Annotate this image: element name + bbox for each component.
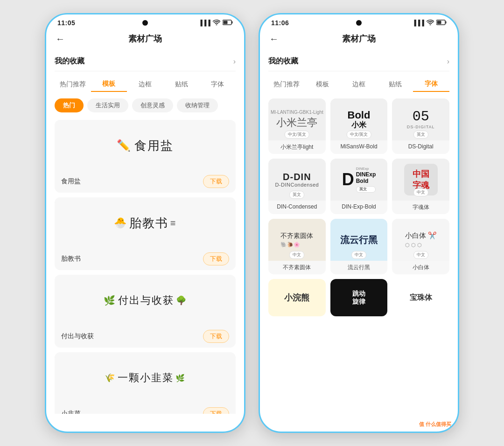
tab-template-left[interactable]: 模板 <box>91 77 127 92</box>
subtab-life[interactable]: 生活实用 <box>87 98 128 112</box>
dinexp-label: DINExp <box>356 167 376 171</box>
dinexp-bold2: Bold <box>356 178 376 184</box>
xiaobai-lang: 中文 <box>413 251 428 259</box>
font-preview-buqisu: 不齐素圆体🐘🐌🌸 中文 <box>268 219 326 261</box>
font-card-xiaobai[interactable]: 小白体 ✂️⬡ ⬡ ⬡ 中文 小白体 <box>392 219 449 274</box>
font-card-bold[interactable]: Bold 小米 中文/英文 MiSansW-Bold <box>330 98 388 154</box>
din-name: DIN-Condensed <box>268 201 326 213</box>
download-btn-2[interactable]: 下载 <box>203 252 229 265</box>
tab-font-left[interactable]: 字体 <box>199 77 236 91</box>
camera-hole <box>142 20 148 26</box>
lanting-text: 小米兰亭 <box>276 116 317 130</box>
tab-font-right[interactable]: 字体 <box>413 77 449 92</box>
partial-font-row: 小浣熊 跳动旋律 宝珠体 <box>268 279 449 316</box>
template-card-3[interactable]: 🌿 付出与收获 🌳 付出与收获 下载 <box>55 275 236 348</box>
template-text-3: 付出与收获 <box>118 293 174 307</box>
template-name-3: 付出与收获 <box>61 332 94 341</box>
svg-rect-5 <box>437 21 441 24</box>
font-card-zhuhun[interactable]: 中国字魂 中文 字魂体 <box>392 159 449 214</box>
template-preview-1: ✏️ 食用盐 <box>55 120 236 171</box>
tab-border-left[interactable]: 边框 <box>127 77 163 91</box>
wifi-icon-right <box>427 20 434 27</box>
din-lang: 英文 <box>289 191 304 199</box>
partial-text-1: 小浣熊 <box>284 292 309 303</box>
partial-card-1[interactable]: 小浣熊 <box>268 279 326 316</box>
phone-right: 11:06 ▐▐▐ ← 素材广场 我的收藏 › <box>259 13 459 433</box>
font-card-liuyun[interactable]: 流云行黑 中文 流云行黑 <box>330 219 388 274</box>
font-card-din[interactable]: D-DIN D-DINCondensed 英文 DIN-Condensed <box>268 159 326 214</box>
collection-title-left: 我的收藏 <box>55 56 84 66</box>
status-bar-right: 11:06 ▐▐▐ <box>260 14 458 29</box>
font-card-buqisu[interactable]: 不齐素圆体🐘🐌🌸 中文 不齐素圆体 <box>268 219 326 274</box>
scroll-content-left[interactable]: 我的收藏 › 热门推荐 模板 边框 贴纸 字体 热门 生活实用 创意灵感 收纳管… <box>46 50 244 414</box>
template-footer-2: 胎教书 下载 <box>55 249 236 270</box>
collection-arrow-right: › <box>447 57 449 66</box>
ds-lang: 英文 <box>413 131 428 139</box>
ds-text-sub: DS-DIGITAL <box>407 125 435 129</box>
partial-card-3[interactable]: 宝珠体 <box>392 279 449 316</box>
subtab-creative[interactable]: 创意灵感 <box>132 98 173 112</box>
subtab-storage[interactable]: 收纳管理 <box>177 98 218 112</box>
font-preview-bold: Bold 小米 中文/英文 <box>330 98 388 140</box>
template-preview-3: 🌿 付出与收获 🌳 <box>55 275 236 326</box>
template-card-4[interactable]: 🌾 一颗小韭菜 🌿 小韭菜 下载 <box>55 352 236 414</box>
partial-card-2[interactable]: 跳动旋律 <box>330 279 388 316</box>
font-grid: MI-LANTING-GBK1-Light 小米兰亭 中文/英文 小米兰亭lig… <box>268 98 449 274</box>
tab-hot-left[interactable]: 热门推荐 <box>55 77 91 91</box>
collection-section-left[interactable]: 我的收藏 › <box>55 50 236 71</box>
template-footer-3: 付出与收获 下载 <box>55 326 236 348</box>
liuyun-text: 流云行黑 <box>340 234 378 245</box>
template-card-2[interactable]: 🐣 胎教书 ≡ 胎教书 下载 <box>55 197 236 270</box>
zhuhun-text: 中国字魂 <box>413 168 429 191</box>
scroll-content-right[interactable]: 我的收藏 › 热门推荐 模板 边框 贴纸 字体 MI-LANTING-GBK1-… <box>260 50 458 414</box>
tab-template-right[interactable]: 模板 <box>305 77 341 91</box>
xiaobai-name: 小白体 <box>392 261 449 274</box>
xiaobai-text: 小白体 ✂️⬡ ⬡ ⬡ <box>405 231 437 249</box>
ds-text-main: 05 <box>413 110 429 124</box>
camera-hole-right <box>356 20 362 26</box>
back-button-left[interactable]: ← <box>56 34 65 44</box>
tab-bar-right: 热门推荐 模板 边框 贴纸 字体 <box>268 77 449 92</box>
font-card-lanting[interactable]: MI-LANTING-GBK1-Light 小米兰亭 中文/英文 小米兰亭lig… <box>268 98 326 154</box>
subtab-hot[interactable]: 热门 <box>55 98 84 112</box>
collection-section-right[interactable]: 我的收藏 › <box>268 50 449 71</box>
back-button-right[interactable]: ← <box>269 34 279 44</box>
tab-hot-right[interactable]: 热门推荐 <box>268 77 305 91</box>
template-name-2: 胎教书 <box>61 255 81 263</box>
phones-container: 11:05 ▐▐▐ ← 素材广场 我的收藏 › <box>45 13 459 433</box>
app-header-left: ← 素材广场 <box>46 29 244 50</box>
tab-sticker-left[interactable]: 贴纸 <box>163 77 200 91</box>
buqisu-lang: 中文 <box>289 251 304 259</box>
bold-name: MiSansW-Bold <box>330 140 388 153</box>
wifi-icon <box>213 20 220 27</box>
bold-text-sub: 小米 <box>351 121 366 129</box>
tab-border-right[interactable]: 边框 <box>341 77 377 91</box>
ds-name: DS-Digital <box>392 140 449 153</box>
app-header-right: ← 素材广场 <box>260 29 458 50</box>
font-preview-xiaobai: 小白体 ✂️⬡ ⬡ ⬡ 中文 <box>392 219 449 261</box>
download-btn-3[interactable]: 下载 <box>203 330 229 343</box>
font-card-ds[interactable]: 05 DS-DIGITAL 英文 DS-Digital <box>392 98 449 154</box>
template-name-4: 小韭菜 <box>61 410 81 414</box>
tab-sticker-right[interactable]: 贴纸 <box>377 77 413 91</box>
battery-icon <box>223 20 233 27</box>
download-btn-1[interactable]: 下载 <box>203 175 229 188</box>
zhuhun-name: 字魂体 <box>392 201 449 214</box>
template-text-2: 胎教书 <box>129 215 168 231</box>
signal-icon-right: ▐▐▐ <box>412 20 424 26</box>
din-text-main: D-DIN <box>283 172 311 182</box>
font-preview-dinexp: D DINExp DINExp Bold 英文 <box>330 159 388 201</box>
subtab-bar-left: 热门 生活实用 创意灵感 收纳管理 <box>55 98 236 112</box>
font-preview-lanting: MI-LANTING-GBK1-Light 小米兰亭 中文/英文 <box>268 98 326 140</box>
template-footer-1: 食用盐 下载 <box>55 171 236 193</box>
status-icons-left: ▐▐▐ <box>198 20 233 27</box>
template-card-1[interactable]: ✏️ 食用盐 食用盐 下载 <box>55 120 236 193</box>
status-icons-right: ▐▐▐ <box>412 20 447 27</box>
font-preview-zhuhun: 中国字魂 中文 <box>392 159 449 201</box>
collection-title-right: 我的收藏 <box>268 56 298 66</box>
download-btn-4[interactable]: 下载 <box>203 407 229 414</box>
liuyun-name: 流云行黑 <box>330 261 388 274</box>
svg-rect-4 <box>446 21 447 23</box>
template-footer-4: 小韭菜 下载 <box>55 404 236 414</box>
font-card-dinexp[interactable]: D DINExp DINExp Bold 英文 DIN-Exp-Bold <box>330 159 388 214</box>
